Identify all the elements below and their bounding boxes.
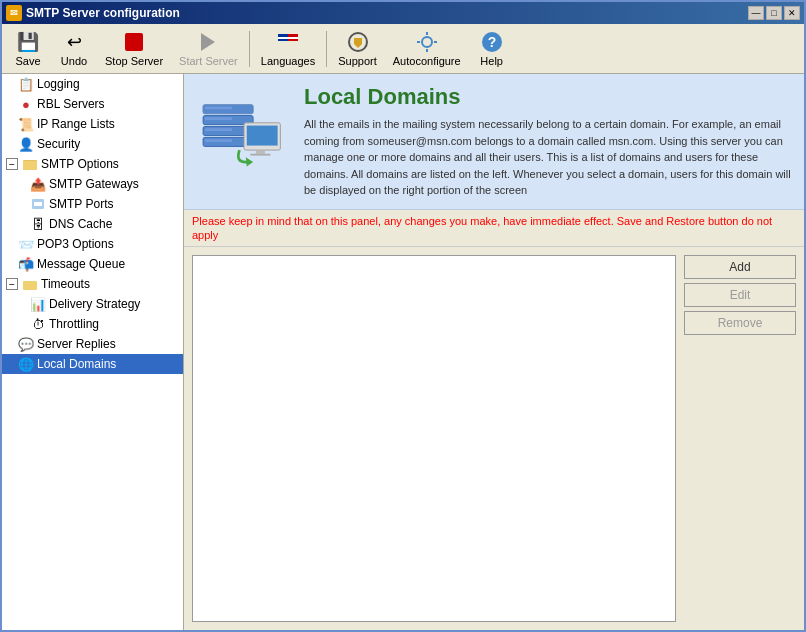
svg-point-7 (422, 37, 432, 47)
edit-button[interactable]: Edit (684, 283, 796, 307)
undo-icon: ↩ (62, 30, 86, 54)
timeouts-folder-icon (22, 276, 38, 292)
svg-marker-1 (201, 33, 215, 51)
sidebar-item-pop3[interactable]: 📨 POP3 Options (2, 234, 183, 254)
svg-rect-25 (247, 126, 278, 146)
sidebar-item-delivery-strategy-label: Delivery Strategy (49, 297, 140, 311)
logging-icon: 📋 (18, 76, 34, 92)
separator-1 (249, 31, 250, 67)
sidebar-item-security-label: Security (37, 137, 80, 151)
add-button[interactable]: Add (684, 255, 796, 279)
sidebar-item-rbl-label: RBL Servers (37, 97, 105, 111)
sidebar-item-throttling[interactable]: ⏱ Throttling (2, 314, 183, 334)
header-text-area: Local Domains All the emails in the mail… (304, 84, 794, 199)
undo-label: Undo (61, 55, 87, 67)
sidebar-item-local-domains[interactable]: 🌐 Local Domains (2, 354, 183, 374)
header-panel: Local Domains All the emails in the mail… (184, 74, 804, 210)
languages-icon (276, 30, 300, 54)
sidebar-item-server-replies-label: Server Replies (37, 337, 116, 351)
sidebar-item-rbl[interactable]: ● RBL Servers (2, 94, 183, 114)
sidebar-item-smtp-ports-label: SMTP Ports (49, 197, 113, 211)
sidebar: 📋 Logging ● RBL Servers 📜 IP Range Lists… (2, 74, 184, 630)
sidebar-item-message-queue-label: Message Queue (37, 257, 125, 271)
maximize-button[interactable]: □ (766, 6, 782, 20)
stop-server-icon (122, 30, 146, 54)
pop3-icon: 📨 (18, 236, 34, 252)
help-label: Help (480, 55, 503, 67)
start-server-button[interactable]: Start Server (172, 27, 245, 71)
ip-range-icon: 📜 (18, 116, 34, 132)
close-button[interactable]: ✕ (784, 6, 800, 20)
undo-button[interactable]: ↩ Undo (52, 27, 96, 71)
svg-rect-27 (250, 154, 270, 156)
main-window: ✉ SMTP Server configuration — □ ✕ 💾 Save… (0, 0, 806, 632)
remove-button[interactable]: Remove (684, 311, 796, 335)
sidebar-item-security[interactable]: 👤 Security (2, 134, 183, 154)
stop-server-button[interactable]: Stop Server (98, 27, 170, 71)
support-button[interactable]: Support (331, 27, 384, 71)
sidebar-item-ip-range[interactable]: 📜 IP Range Lists (2, 114, 183, 134)
svg-marker-6 (354, 38, 362, 48)
smtp-options-expand-icon: − (6, 158, 18, 170)
sidebar-item-delivery-strategy[interactable]: 📊 Delivery Strategy (2, 294, 183, 314)
server-replies-icon: 💬 (18, 336, 34, 352)
warning-text: Please keep in mind that on this panel, … (192, 215, 772, 241)
smtp-gateways-icon: 📤 (30, 176, 46, 192)
svg-rect-22 (205, 129, 232, 132)
autoconfigure-label: Autoconfigure (393, 55, 461, 67)
sidebar-item-timeouts[interactable]: − Timeouts (2, 274, 183, 294)
local-domains-icon: 🌐 (18, 356, 34, 372)
header-icon-area (194, 84, 294, 199)
rbl-icon: ● (18, 96, 34, 112)
sidebar-item-throttling-label: Throttling (49, 317, 99, 331)
sidebar-item-logging-label: Logging (37, 77, 80, 91)
title-buttons: — □ ✕ (748, 6, 800, 20)
sidebar-item-dns-cache[interactable]: 🗄 DNS Cache (2, 214, 183, 234)
svg-rect-20 (205, 107, 232, 110)
svg-rect-13 (34, 202, 42, 206)
svg-rect-15 (203, 105, 253, 114)
help-button[interactable]: ? Help (470, 27, 514, 71)
toolbar: 💾 Save ↩ Undo Stop Server Start Server (2, 24, 804, 74)
minimize-button[interactable]: — (748, 6, 764, 20)
sidebar-item-dns-cache-label: DNS Cache (49, 217, 112, 231)
content-area: 📋 Logging ● RBL Servers 📜 IP Range Lists… (2, 74, 804, 630)
main-panel: Local Domains All the emails in the mail… (184, 74, 804, 630)
page-title: Local Domains (304, 84, 794, 110)
page-description: All the emails in the mailing system nec… (304, 116, 794, 199)
sidebar-item-timeouts-label: Timeouts (41, 277, 90, 291)
save-label: Save (15, 55, 40, 67)
smtp-ports-icon (30, 196, 46, 212)
delivery-strategy-icon: 📊 (30, 296, 46, 312)
svg-rect-11 (23, 161, 37, 170)
domains-list[interactable] (192, 255, 676, 623)
message-queue-icon: 📬 (18, 256, 34, 272)
autoconfigure-icon (415, 30, 439, 54)
svg-marker-28 (246, 158, 253, 167)
sidebar-item-smtp-options[interactable]: − SMTP Options (2, 154, 183, 174)
sidebar-item-server-replies[interactable]: 💬 Server Replies (2, 334, 183, 354)
window-title: SMTP Server configuration (26, 6, 180, 20)
warning-bar: Please keep in mind that on this panel, … (184, 210, 804, 247)
save-icon: 💾 (16, 30, 40, 54)
languages-button[interactable]: Languages (254, 27, 322, 71)
sidebar-item-smtp-options-label: SMTP Options (41, 157, 119, 171)
separator-2 (326, 31, 327, 67)
start-server-label: Start Server (179, 55, 238, 67)
save-button[interactable]: 💾 Save (6, 27, 50, 71)
autoconfigure-button[interactable]: Autoconfigure (386, 27, 468, 71)
stop-server-label: Stop Server (105, 55, 163, 67)
svg-text:?: ? (487, 34, 496, 50)
dns-cache-icon: 🗄 (30, 216, 46, 232)
svg-rect-4 (278, 37, 298, 39)
timeouts-expand-icon: − (6, 278, 18, 290)
sidebar-item-message-queue[interactable]: 📬 Message Queue (2, 254, 183, 274)
app-icon: ✉ (6, 5, 22, 21)
svg-rect-26 (256, 150, 265, 154)
languages-label: Languages (261, 55, 315, 67)
svg-rect-0 (125, 33, 143, 51)
sidebar-item-smtp-ports[interactable]: SMTP Ports (2, 194, 183, 214)
sidebar-item-logging[interactable]: 📋 Logging (2, 74, 183, 94)
sidebar-item-smtp-gateways[interactable]: 📤 SMTP Gateways (2, 174, 183, 194)
svg-rect-21 (205, 118, 232, 121)
